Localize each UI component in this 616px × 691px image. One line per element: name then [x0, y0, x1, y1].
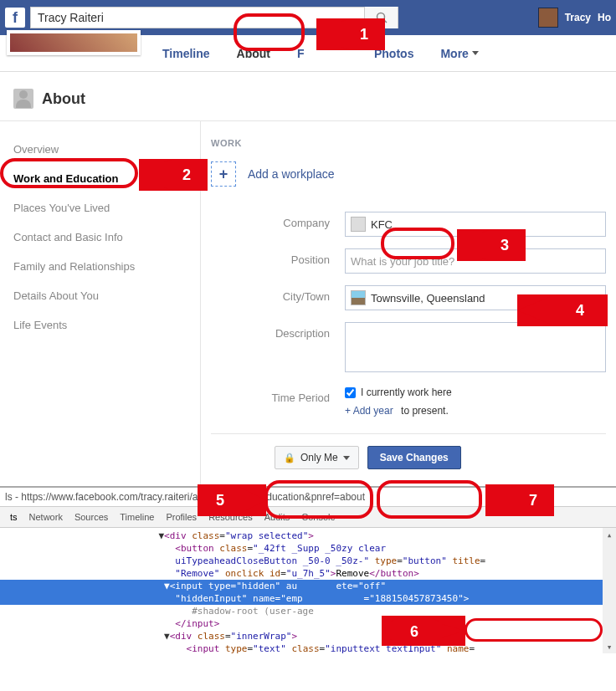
code-line[interactable]: "Remove" onclick id="u_7h_5">Remove</but… [0, 567, 616, 580]
profile-picture[interactable] [7, 30, 141, 55]
to-present-text: to present. [401, 405, 449, 417]
chevron-down-icon [343, 456, 350, 460]
devtools-tab-network[interactable]: Network [24, 510, 68, 524]
about-header: About [0, 72, 616, 121]
tab-more[interactable]: More [427, 35, 491, 71]
add-year-link[interactable]: + Add year [345, 405, 393, 417]
search-button[interactable] [364, 7, 398, 28]
divider [211, 433, 606, 434]
sidebar-item-life-events[interactable]: Life Events [0, 310, 200, 340]
code-line[interactable]: <input type="text" class="inputtext text… [0, 642, 616, 653]
position-input-wrap [345, 248, 606, 274]
section-label-work: WORK [211, 138, 606, 148]
user-name[interactable]: Tracy [565, 12, 591, 23]
button-row: Only Me Save Changes [211, 446, 606, 469]
avatar[interactable] [538, 8, 558, 28]
currently-work-row: I currently work here [345, 386, 606, 398]
description-textarea[interactable] [345, 322, 606, 372]
label-company: Company [211, 212, 345, 229]
scroll-down-icon[interactable]: ▾ [603, 640, 616, 653]
devtools-tab-timeline[interactable]: Timeline [115, 510, 159, 524]
devtools-tab-resources[interactable]: Resources [203, 510, 258, 524]
tab-about[interactable]: About [223, 35, 284, 71]
row-city: City/Town Townsville, Queensland [211, 285, 606, 310]
company-input[interactable]: KFC [345, 212, 606, 237]
devtools-url: ls - https://www.facebook.com/tracy.rait… [0, 488, 616, 507]
currently-work-label: I currently work here [361, 386, 452, 398]
code-line[interactable]: #shadow-root (user-age [0, 605, 616, 617]
label-position: Position [211, 248, 345, 266]
search-box [30, 7, 398, 28]
code-line[interactable]: ▼<div class="innerWrap"> [0, 630, 616, 642]
content-row: Overview Work and Education Places You'v… [0, 121, 616, 486]
tab-friends[interactable]: F [284, 35, 311, 71]
sidebar-item-overview[interactable]: Overview [0, 135, 200, 164]
city-value: Townsville, Queensland [371, 292, 485, 305]
about-sidebar: Overview Work and Education Places You'v… [0, 121, 201, 486]
privacy-selector[interactable]: Only Me [275, 446, 359, 469]
code-line[interactable]: </input> [0, 617, 616, 630]
sidebar-item-family[interactable]: Family and Relationships [0, 252, 200, 281]
devtools-tab-console[interactable]: Console [296, 510, 340, 524]
label-description: Description [211, 322, 345, 340]
plus-icon[interactable]: + [211, 161, 236, 187]
page-title: About [42, 90, 85, 108]
code-line[interactable]: ▼<div class="wrap selected"> [0, 530, 616, 542]
label-city: City/Town [211, 285, 345, 303]
add-workplace-link[interactable]: Add a workplace [248, 167, 335, 181]
row-position: Position [211, 248, 606, 274]
search-icon [376, 12, 388, 23]
save-changes-button[interactable]: Save Changes [367, 446, 461, 469]
svg-point-0 [377, 13, 384, 21]
city-thumb-icon [351, 290, 366, 305]
lock-icon [284, 452, 295, 463]
devtools-tabs: ts Network Sources Timeline Profiles Res… [0, 507, 616, 528]
devtools-tab-profiles[interactable]: Profiles [161, 510, 202, 524]
scroll-up-icon[interactable]: ▴ [603, 528, 616, 541]
nav-home-partial[interactable]: Ho [598, 12, 611, 23]
devtools-tab-audits[interactable]: Audits [259, 510, 295, 524]
devtools-scrollbar[interactable]: ▴ ▾ [603, 528, 616, 653]
row-timeperiod: Time Period I currently work here + Add … [211, 386, 606, 417]
sidebar-item-places[interactable]: Places You've Lived [0, 193, 200, 223]
row-description: Description [211, 322, 606, 375]
facebook-logo[interactable]: f [5, 8, 25, 28]
main-panel: WORK + Add a workplace Company KFC Posit… [201, 121, 616, 486]
privacy-label: Only Me [300, 452, 338, 463]
city-input[interactable]: Townsville, Queensland [345, 285, 606, 310]
currently-work-checkbox[interactable] [345, 387, 356, 398]
sidebar-item-contact[interactable]: Contact and Basic Info [0, 223, 200, 252]
sidebar-item-work-education[interactable]: Work and Education [0, 164, 200, 193]
tab-photos[interactable]: Photos [361, 35, 427, 71]
search-input[interactable] [31, 11, 364, 24]
code-line-selected[interactable]: "hiddenInput" name="emp ="18815045787345… [0, 592, 616, 605]
top-right-nav: Tracy Ho [538, 8, 611, 28]
code-line-selected[interactable]: ▼<input type="hidden" au ete="off" [0, 580, 616, 592]
svg-line-1 [383, 20, 387, 23]
devtools-tab-elements[interactable]: ts [5, 510, 23, 524]
profile-tabs: Timeline About F Photos More [0, 35, 616, 72]
devtools-tab-sources[interactable]: Sources [69, 510, 113, 524]
position-input[interactable] [351, 255, 600, 268]
devtools-body[interactable]: ▼<div class="wrap selected"> <button cla… [0, 528, 616, 653]
code-line[interactable]: uiTypeaheadCloseButton _50-0 _50z-" type… [0, 555, 616, 567]
tab-timeline[interactable]: Timeline [149, 35, 223, 71]
label-timeperiod: Time Period [211, 386, 345, 404]
person-icon [13, 89, 33, 109]
chevron-down-icon [472, 51, 479, 55]
add-workplace-row: + Add a workplace [211, 161, 606, 187]
company-thumb-icon [351, 217, 366, 232]
devtools-panel: ls - https://www.facebook.com/tracy.rait… [0, 486, 616, 653]
sidebar-item-details[interactable]: Details About You [0, 281, 200, 310]
company-value: KFC [371, 218, 393, 231]
row-company: Company KFC [211, 212, 606, 237]
code-line[interactable]: <button class="_42ft _Supp _50zy clear [0, 542, 616, 555]
profile-picture-area [7, 35, 149, 72]
